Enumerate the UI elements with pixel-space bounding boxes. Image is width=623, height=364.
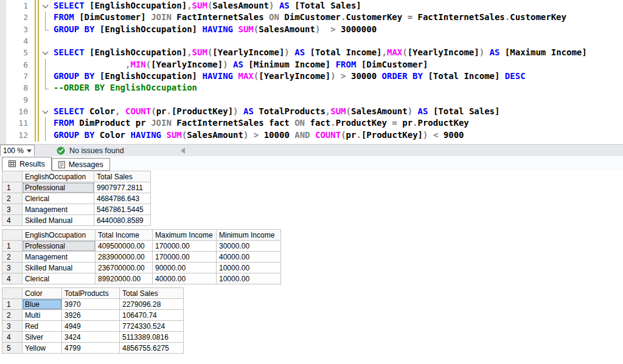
tab-messages[interactable]: Messages [52,158,110,171]
row-header[interactable]: 1 [2,299,23,310]
row-header[interactable]: 2 [2,310,23,321]
code-text: GROUP BY Color HAVING SUM(SalesAmount) >… [54,129,464,141]
grid-cell[interactable]: 3424 [62,332,120,343]
code-line[interactable]: 12GROUP BY Color HAVING SUM(SalesAmount)… [0,129,623,141]
select-all-corner[interactable] [2,230,23,241]
change-tracking-bar [38,0,39,142]
sql-editor[interactable]: 1SELECT [EnglishOccupation],SUM(SalesAmo… [0,0,623,144]
fold-none [29,94,54,106]
row-header[interactable]: 1 [2,182,23,193]
row-header[interactable]: 4 [2,273,23,284]
header-row: EnglishOccupationTotal Sales [2,171,151,182]
grid-cell[interactable]: 4949 [62,321,120,332]
grid-cell[interactable]: Management [23,252,96,263]
grid-cell[interactable]: 409500000.00 [96,241,153,252]
column-header[interactable]: Total Sales [120,288,184,299]
row-header[interactable]: 3 [2,263,23,273]
code-line[interactable]: 1SELECT [EnglishOccupation],SUM(SalesAmo… [0,0,623,12]
grid-cell[interactable]: Professional [23,241,96,252]
grid-cell[interactable]: 6440080.8589 [94,215,151,226]
column-header[interactable]: Maximum Income [153,230,217,241]
code-text: FROM [DimCustomer] JOIN FactInternetSale… [54,12,566,23]
grid-cell[interactable]: Professional [23,182,94,193]
tab-results[interactable]: Results [2,157,52,171]
table-row: 3Skilled Manual236700000.0090000.0010000… [2,263,281,273]
fold-collapse-chevron-icon[interactable] [29,0,54,12]
grid-cell[interactable]: Yellow [23,343,62,354]
grid-cell[interactable]: 170000.00 [153,252,217,263]
grid-cell[interactable]: Silver [23,332,62,343]
grid-cell[interactable]: 3970 [62,299,120,310]
grid-cell[interactable]: Management [23,204,94,215]
column-header[interactable]: Total Sales [94,171,151,182]
grid-cell[interactable]: Red [23,321,62,332]
row-header[interactable]: 2 [2,252,23,263]
grid-cell[interactable]: Clerical [23,273,96,284]
line-number: 10 [0,106,29,117]
column-header[interactable]: EnglishOccupation [23,230,96,241]
grid-cell[interactable]: 9907977.2811 [94,182,151,193]
fold-collapse-chevron-icon[interactable] [29,106,54,117]
table-row: 2Multi3926106470.74 [2,310,184,321]
grid-cell[interactable]: 7724330.524 [120,321,184,332]
grid-cell[interactable]: 90000.00 [153,263,217,273]
grid-cell[interactable]: 4856755.6275 [120,343,184,354]
health-indicator[interactable]: No issues found [57,145,124,157]
grid-cell[interactable]: 10000.00 [217,263,281,273]
code-text: ,MIN([YearlyIncome]) AS [Minimum Income]… [54,59,428,70]
grid-cell[interactable]: 4684786.643 [94,193,151,204]
code-line[interactable]: 10SELECT Color, COUNT(pr.[ProductKey]) A… [0,106,623,117]
column-header[interactable]: Color [23,288,62,299]
grid-cell[interactable]: 170000.00 [153,241,217,252]
code-line[interactable]: 9 [0,94,623,106]
column-header[interactable]: Total Income [96,230,153,241]
grid-cell[interactable]: 10000.00 [217,273,281,284]
grid-cell[interactable]: 30000.00 [217,241,281,252]
grid-cell[interactable]: 40000.00 [153,273,217,284]
row-header[interactable]: 2 [2,193,23,204]
scroll-left-arrow[interactable] [181,148,185,154]
row-header[interactable]: 4 [2,332,23,343]
code-line[interactable]: 5SELECT [EnglishOccupation],SUM([YearlyI… [0,47,623,58]
code-line[interactable]: 4 [0,35,623,47]
row-header[interactable]: 5 [2,343,23,354]
grid-cell[interactable]: 3926 [62,310,120,321]
grid-cell[interactable]: Clerical [23,193,94,204]
results-grid-icon [9,160,16,167]
grid-cell[interactable]: 40000.00 [217,252,281,263]
code-text: GROUP BY [EnglishOccupation] HAVING MAX(… [54,70,526,82]
grid-cell[interactable]: 5467861.5445 [94,204,151,215]
grid-cell[interactable]: Skilled Manual [23,263,96,273]
fold-region-line [29,59,54,70]
grid-cell[interactable]: Blue [23,299,62,310]
column-header[interactable]: Minimum Income [217,230,281,241]
zoom-level-select[interactable]: 100 % [0,145,35,157]
code-line[interactable]: 11FROM DimProduct pr JOIN FactInternetSa… [0,117,623,129]
select-all-corner[interactable] [2,288,23,299]
code-line[interactable]: 2FROM [DimCustomer] JOIN FactInternetSal… [0,12,623,23]
table-row: 3Red49497724330.524 [2,321,184,332]
code-line[interactable]: 8--ORDER BY EnglishOccupation [0,82,623,94]
grid-cell[interactable]: 2279096.28 [120,299,184,310]
grid-cell[interactable]: 283900000.00 [96,252,153,263]
grid-cell[interactable]: 5113389.0816 [120,332,184,343]
code-line[interactable]: 6 ,MIN([YearlyIncome]) AS [Minimum Incom… [0,59,623,70]
table-row: 2Management283900000.00170000.0040000.00 [2,252,281,263]
column-header[interactable]: TotalProducts [62,288,120,299]
grid-cell[interactable]: 4799 [62,343,120,354]
grid-cell[interactable]: Skilled Manual [23,215,94,226]
row-header[interactable]: 1 [2,241,23,252]
row-header[interactable]: 3 [2,204,23,215]
row-header[interactable]: 4 [2,215,23,226]
code-line[interactable]: 3GROUP BY [EnglishOccupation] HAVING SUM… [0,24,623,35]
fold-collapse-chevron-icon[interactable] [29,47,54,58]
column-header[interactable]: EnglishOccupation [23,171,94,182]
grid-cell[interactable]: Multi [23,310,62,321]
grid-cell[interactable]: 106470.74 [120,310,184,321]
code-line[interactable]: 7GROUP BY [EnglishOccupation] HAVING MAX… [0,70,623,82]
grid-cell[interactable]: 236700000.00 [96,263,153,273]
select-all-corner[interactable] [2,171,23,182]
table-row: 3Management5467861.5445 [2,204,151,215]
grid-cell[interactable]: 89920000.00 [96,273,153,284]
row-header[interactable]: 3 [2,321,23,332]
